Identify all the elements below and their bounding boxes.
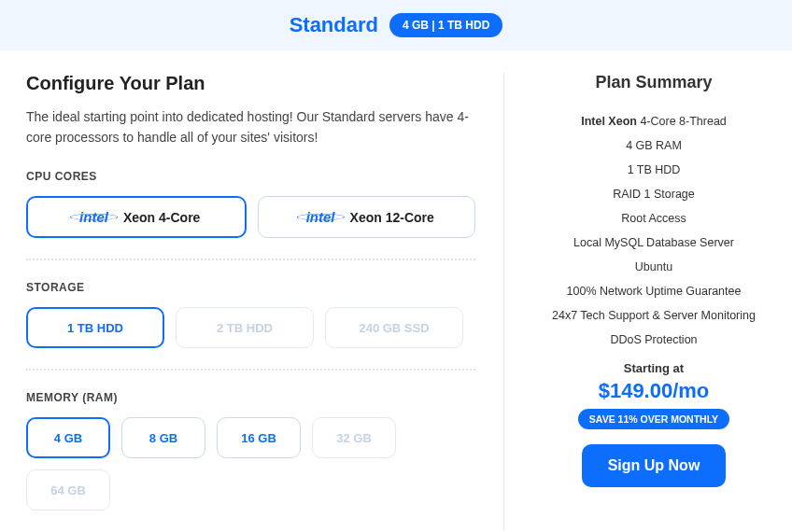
memory-option[interactable]: 4 GB (26, 417, 110, 458)
summary-item-text: 4 GB RAM (626, 139, 682, 152)
plan-badge: 4 GB | 1 TB HDD (389, 13, 502, 37)
summary-item-bold: Intel Xeon (581, 115, 637, 128)
plan-name: Standard (290, 13, 378, 37)
summary-item: Intel Xeon 4-Core 8-Thread (542, 109, 766, 133)
intel-logo-icon: intel (299, 209, 343, 225)
storage-label: STORAGE (26, 281, 475, 294)
summary-item-text: 1 TB HDD (628, 163, 681, 176)
summary-item: DDoS Protection (542, 328, 766, 352)
memory-option: 64 GB (26, 469, 110, 511)
summary-item-text: 4-Core 8-Thread (637, 115, 727, 128)
cpu-option[interactable]: intelXeon 4-Core (26, 196, 247, 238)
summary-item: RAID 1 Storage (542, 182, 766, 206)
memory-options: 4 GB8 GB16 GB32 GB64 GB (26, 417, 475, 511)
plan-header: Standard 4 GB | 1 TB HDD (0, 0, 792, 50)
cpu-option-label: Xeon 4-Core (123, 210, 200, 225)
summary-item-text: Ubuntu (635, 260, 672, 273)
intel-logo-icon: intel (72, 209, 116, 225)
summary-item-text: RAID 1 Storage (613, 188, 695, 201)
summary-item: 24x7 Tech Support & Server Monitoring (542, 303, 766, 328)
cpu-option[interactable]: intelXeon 12-Core (258, 196, 476, 238)
summary-item-text: 24x7 Tech Support & Server Monitoring (552, 309, 756, 322)
memory-option: 32 GB (312, 417, 396, 458)
configure-title: Configure Your Plan (26, 73, 475, 94)
summary-item-text: Root Access (621, 212, 686, 225)
summary-item: Root Access (542, 206, 766, 231)
signup-button[interactable]: Sign Up Now (582, 444, 727, 487)
memory-option[interactable]: 8 GB (121, 417, 205, 458)
save-badge: SAVE 11% OVER MONTHLY (578, 409, 729, 429)
price: $149.00/mo (542, 379, 766, 403)
cpu-option-label: Xeon 12-Core (350, 210, 434, 225)
storage-options: 1 TB HDD2 TB HDD240 GB SSD (26, 307, 475, 348)
memory-label: MEMORY (RAM) (26, 391, 475, 404)
cpu-label: CPU CORES (26, 170, 475, 183)
memory-option[interactable]: 16 GB (217, 417, 301, 458)
summary-item-text: Local MySQL Database Server (573, 236, 734, 249)
summary-item: Ubuntu (542, 255, 766, 279)
storage-option[interactable]: 1 TB HDD (26, 307, 164, 348)
starting-label: Starting at (542, 361, 766, 375)
summary-panel: Plan Summary Intel Xeon 4-Core 8-Thread4… (542, 73, 766, 531)
storage-option: 240 GB SSD (325, 307, 463, 348)
summary-item-text: 100% Network Uptime Guarantee (567, 285, 742, 298)
summary-list: Intel Xeon 4-Core 8-Thread4 GB RAM1 TB H… (542, 109, 766, 352)
configure-description: The ideal starting point into dedicated … (26, 107, 475, 147)
summary-item: 100% Network Uptime Guarantee (542, 279, 766, 303)
summary-item: Local MySQL Database Server (542, 231, 766, 255)
configure-panel: Configure Your Plan The ideal starting p… (26, 73, 504, 531)
cpu-options: intelXeon 4-CoreintelXeon 12-Core (26, 196, 475, 238)
summary-item: 4 GB RAM (542, 133, 766, 158)
summary-item-text: DDoS Protection (610, 333, 697, 346)
divider (26, 369, 475, 371)
divider (26, 259, 475, 260)
summary-title: Plan Summary (542, 73, 766, 92)
summary-item: 1 TB HDD (542, 158, 766, 182)
storage-option: 2 TB HDD (176, 307, 314, 348)
